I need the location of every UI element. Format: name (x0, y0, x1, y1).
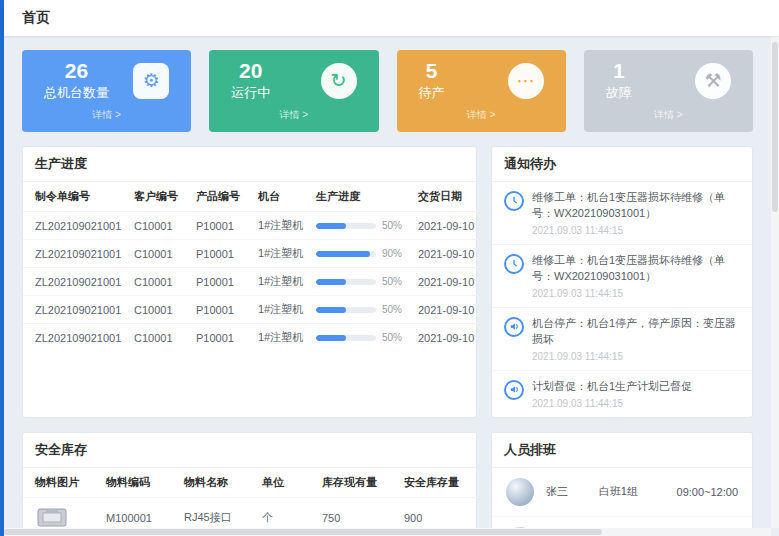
notice-text: 维修工单：机台1变压器损坏待维修（单号：WX202109031001） (532, 190, 740, 222)
stat-label: 故障 (606, 84, 632, 102)
production-progress-panel: 生产进度 制令单编号 客户编号 产品编号 机台 生产进度 交货日期 (22, 146, 477, 418)
column-header: 单位 (257, 468, 317, 498)
order-cell: ZL202109021001 (23, 240, 129, 268)
page-title: 首页 (22, 9, 50, 27)
customer-cell: C10001 (129, 268, 191, 296)
safety-stock-panel: 安全库存 物料图片 物料编码 物料名称 单位 库存现有量 安全库存量 (22, 432, 477, 536)
table-row: ZL202109021001 C10001 P10001 1#注塑机 50% 2… (23, 296, 478, 324)
notice-text: 维修工单：机台1变压器损坏待维修（单号：WX202109031001） (532, 253, 740, 285)
stat-value: 5 (419, 59, 445, 83)
progress-cell: 50% (311, 268, 413, 296)
progress-label: 50% (382, 332, 402, 343)
stat-card-total-machines[interactable]: 26 总机台数量 ⚙ 详情 > (22, 50, 191, 132)
machine-cell: 1#注塑机 (253, 240, 311, 268)
notice-time: 2021.09.03 11:44:15 (532, 398, 692, 409)
progress-label: 50% (382, 304, 402, 315)
panel-title: 通知待办 (492, 147, 752, 182)
progress-bar (316, 335, 376, 341)
product-cell: P10001 (191, 268, 253, 296)
progress-bar (316, 251, 376, 257)
table-header-row: 制令单编号 客户编号 产品编号 机台 生产进度 交货日期 (23, 182, 478, 212)
stat-value: 26 (44, 59, 109, 83)
staff-shift: 白班1组 (599, 484, 665, 499)
progress-label: 90% (382, 248, 402, 259)
production-table: 制令单编号 客户编号 产品编号 机台 生产进度 交货日期 ZL202109021… (23, 182, 478, 351)
column-header: 库存现有量 (317, 468, 399, 498)
main-content: 26 总机台数量 ⚙ 详情 > 20 运行中 ↻ 详情 > 5 待产 (4, 36, 779, 536)
detail-link[interactable]: 详情 > (409, 108, 554, 122)
notice-item[interactable]: 维修工单：机台1变压器损坏待维修（单号：WX202109031001） 2021… (492, 245, 752, 308)
staff-schedule-panel: 人员排班 张三 白班1组 09:00~12:00 李四 白班2组 12:00~1… (491, 432, 753, 536)
machine-cell: 1#注塑机 (253, 324, 311, 352)
customer-cell: C10001 (129, 212, 191, 240)
speaker-icon (504, 380, 524, 400)
notice-time: 2021.09.03 11:44:15 (532, 225, 740, 236)
stat-label: 运行中 (231, 84, 270, 102)
stat-card-fault[interactable]: 1 故障 ⚒ 详情 > (584, 50, 753, 132)
sidebar-accent (0, 0, 4, 536)
stat-cards: 26 总机台数量 ⚙ 详情 > 20 运行中 ↻ 详情 > 5 待产 (22, 50, 753, 132)
staff-time: 09:00~12:00 (677, 486, 738, 498)
topbar: 首页 (4, 0, 779, 36)
panel-title: 生产进度 (23, 147, 476, 182)
date-cell: 2021-09-10 (413, 240, 478, 268)
clock-icon (504, 254, 524, 274)
vertical-scrollbar-thumb[interactable] (772, 42, 778, 212)
machine-cell: 1#注塑机 (253, 268, 311, 296)
machine-cell: 1#注塑机 (253, 296, 311, 324)
running-icon: ↻ (321, 63, 357, 99)
stat-card-running[interactable]: 20 运行中 ↻ 详情 > (209, 50, 378, 132)
notice-text: 计划督促：机台1生产计划已督促 (532, 379, 692, 395)
horizontal-scrollbar[interactable] (4, 528, 771, 536)
machine-cell: 1#注塑机 (253, 212, 311, 240)
table-row: ZL202109021001 C10001 P10001 1#注塑机 50% 2… (23, 212, 478, 240)
fault-icon: ⚒ (695, 63, 731, 99)
table-row: ZL202109021001 C10001 P10001 1#注塑机 50% 2… (23, 268, 478, 296)
column-header: 安全库存量 (399, 468, 478, 498)
panel-title: 人员排班 (492, 433, 752, 468)
notice-text: 机台停产：机台1停产，停产原因：变压器损坏 (532, 316, 740, 348)
detail-link[interactable]: 详情 > (596, 108, 741, 122)
stat-card-pending[interactable]: 5 待产 ⋯ 详情 > (397, 50, 566, 132)
column-header: 机台 (253, 182, 311, 212)
column-header: 产品编号 (191, 182, 253, 212)
date-cell: 2021-09-10 (413, 324, 478, 352)
avatar (506, 478, 534, 506)
detail-link[interactable]: 详情 > (221, 108, 366, 122)
column-header: 物料图片 (23, 468, 101, 498)
progress-bar (316, 307, 376, 313)
notice-item[interactable]: 计划督促：机台1生产计划已督促 2021.09.03 11:44:15 (492, 371, 752, 417)
notice-time: 2021.09.03 11:44:15 (532, 288, 740, 299)
notice-item[interactable]: 机台停产：机台1停产，停产原因：变压器损坏 2021.09.03 11:44:1… (492, 308, 752, 371)
horizontal-scrollbar-thumb[interactable] (4, 529, 602, 535)
progress-cell: 50% (311, 212, 413, 240)
staff-row: 张三 白班1组 09:00~12:00 (492, 468, 752, 517)
order-cell: ZL202109021001 (23, 296, 129, 324)
stat-value: 20 (231, 59, 270, 83)
column-header: 交货日期 (413, 182, 478, 212)
machine-icon: ⚙ (133, 63, 169, 99)
column-header: 生产进度 (311, 182, 413, 212)
progress-bar (316, 279, 376, 285)
product-cell: P10001 (191, 212, 253, 240)
notice-item[interactable]: 维修工单：机台1变压器损坏待维修（单号：WX202109031001） 2021… (492, 182, 752, 245)
staff-name: 张三 (546, 484, 587, 499)
table-row: ZL202109021001 C10001 P10001 1#注塑机 90% 2… (23, 240, 478, 268)
customer-cell: C10001 (129, 296, 191, 324)
clock-icon (504, 191, 524, 211)
customer-cell: C10001 (129, 324, 191, 352)
column-header: 制令单编号 (23, 182, 129, 212)
stat-label: 待产 (419, 84, 445, 102)
order-cell: ZL202109021001 (23, 324, 129, 352)
detail-link[interactable]: 详情 > (34, 108, 179, 122)
progress-bar (316, 223, 376, 229)
notices-panel: 通知待办 维修工单：机台1变压器损坏待维修（单号：WX202109031001）… (491, 146, 753, 418)
table-row: ZL202109021001 C10001 P10001 1#注塑机 50% 2… (23, 324, 478, 352)
stat-value: 1 (606, 59, 632, 83)
stat-label: 总机台数量 (44, 84, 109, 102)
column-header: 客户编号 (129, 182, 191, 212)
date-cell: 2021-09-10 (413, 296, 478, 324)
vertical-scrollbar[interactable] (771, 0, 779, 528)
date-cell: 2021-09-10 (413, 268, 478, 296)
product-cell: P10001 (191, 240, 253, 268)
